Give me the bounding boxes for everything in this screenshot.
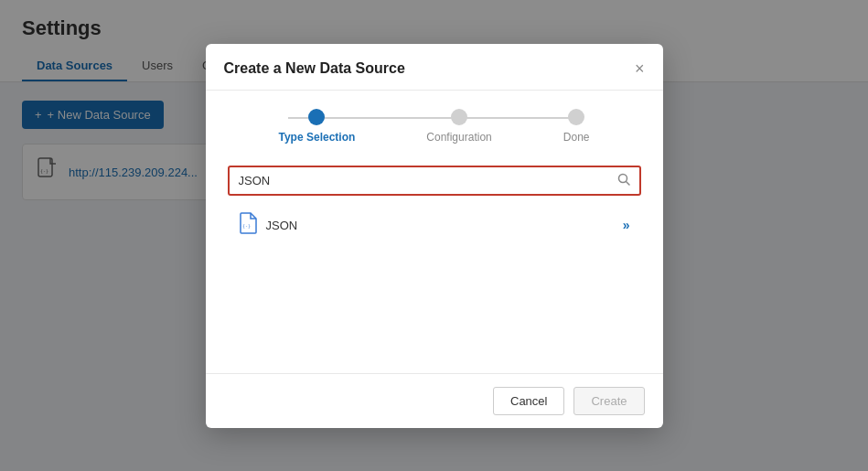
modal-overlay: Create a New Data Source × Type Selectio… (0, 0, 868, 471)
create-button[interactable]: Create (573, 387, 644, 415)
step-dot-2 (451, 109, 467, 125)
source-item-label-json: JSON (266, 219, 614, 232)
stepper-step-done: Done (563, 109, 590, 144)
cancel-button[interactable]: Cancel (493, 387, 564, 415)
step-label-3: Done (563, 131, 590, 144)
modal-title: Create a New Data Source (224, 60, 405, 77)
modal-close-button[interactable]: × (635, 60, 645, 77)
search-input[interactable] (239, 174, 612, 187)
search-box[interactable] (228, 166, 641, 196)
search-icon (617, 173, 630, 188)
modal-body: Type Selection Configuration Done (206, 91, 663, 373)
stepper: Type Selection Configuration Done (228, 109, 641, 144)
step-dot-1 (308, 109, 325, 125)
stepper-step-type-selection: Type Selection (279, 109, 356, 144)
create-datasource-modal: Create a New Data Source × Type Selectio… (206, 44, 663, 428)
source-item-json[interactable]: {-} JSON » (228, 203, 641, 248)
svg-line-3 (626, 181, 629, 185)
modal-header: Create a New Data Source × (206, 44, 663, 91)
modal-footer: Cancel Create (206, 373, 663, 428)
step-label-1: Type Selection (279, 131, 356, 144)
source-item-arrow: » (623, 218, 630, 232)
step-label-2: Configuration (426, 131, 491, 144)
json-file-icon: {-} (239, 212, 257, 239)
step-dot-3 (568, 109, 584, 125)
stepper-steps: Type Selection Configuration Done (279, 109, 590, 144)
stepper-step-configuration: Configuration (426, 109, 491, 144)
svg-text:{-}: {-} (242, 223, 251, 229)
